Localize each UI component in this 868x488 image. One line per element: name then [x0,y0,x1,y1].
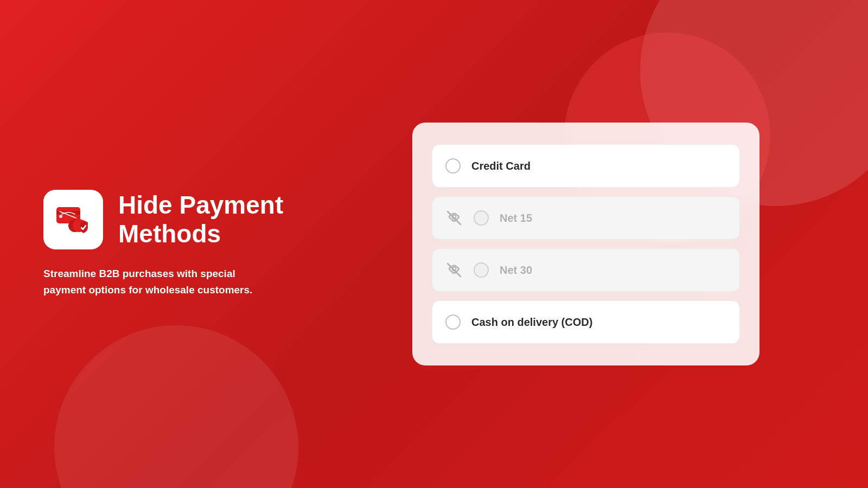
radio-net-30[interactable] [474,262,489,278]
payment-option-net-30[interactable]: Net 30 [432,248,740,292]
eye-hidden-icon-net15 [445,209,463,227]
app-header: Hide Payment Methods [43,190,315,249]
right-panel: Credit Card Net 15 N [315,123,825,365]
app-title-block: Hide Payment Methods [118,191,283,248]
radio-credit-card[interactable] [445,158,461,174]
payment-option-cod[interactable]: Cash on delivery (COD) [432,300,740,344]
app-title-line2: Methods [118,220,221,248]
payment-option-net-15[interactable]: Net 15 [432,196,740,240]
payment-label-net-15: Net 15 [500,212,532,224]
app-icon [43,190,103,249]
payment-label-cod: Cash on delivery (COD) [471,316,592,329]
radio-net-15[interactable] [474,210,489,226]
svg-point-2 [59,215,62,218]
content-wrapper: Hide Payment Methods Streamline B2B purc… [0,0,868,488]
payment-methods-card: Credit Card Net 15 N [412,123,760,365]
payment-option-credit-card[interactable]: Credit Card [432,144,740,188]
payment-label-net-30: Net 30 [500,264,532,277]
eye-hidden-icon-net30 [445,261,463,279]
left-panel: Hide Payment Methods Streamline B2B purc… [43,190,315,299]
app-title: Hide Payment Methods [118,191,283,248]
payment-label-credit-card: Credit Card [471,160,531,172]
app-description: Streamline B2B purchases with special pa… [43,266,271,299]
app-icon-svg [54,201,92,239]
app-title-line1: Hide Payment [118,191,283,219]
radio-cod[interactable] [445,314,461,330]
